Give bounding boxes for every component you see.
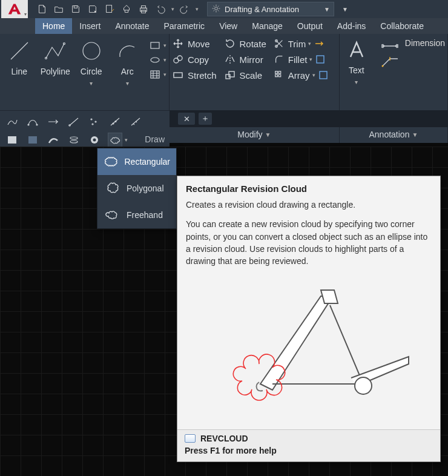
qat-open-button[interactable] <box>51 1 67 17</box>
tab-view[interactable]: View <box>212 18 245 34</box>
tool-arc[interactable]: Arc <box>111 38 145 87</box>
tool-rotate[interactable]: Rotate <box>224 38 266 50</box>
revcloud-option-polygonal[interactable]: Polygonal <box>97 175 176 202</box>
tool-spline-cv[interactable] <box>25 114 40 129</box>
svg-rect-35 <box>8 136 16 144</box>
svg-point-38 <box>70 140 77 143</box>
qat-print-button[interactable] <box>136 1 151 17</box>
app-menu-button[interactable]: ▾ <box>1 0 28 18</box>
panel-title-annotation[interactable]: Annotation▼ <box>340 127 447 143</box>
tab-manage[interactable]: Manage <box>245 18 290 34</box>
tab-label: Add-ins <box>337 21 366 31</box>
tool-measure[interactable] <box>128 114 143 129</box>
tool-helix[interactable] <box>67 133 81 147</box>
workspace-picker[interactable]: Drafting & Annotation ▼ <box>207 2 334 16</box>
qat-saveas-button[interactable] <box>85 1 100 17</box>
revcloud-option-freehand[interactable]: Freehand <box>97 202 176 228</box>
caret-down-icon <box>163 42 166 48</box>
qat-more-button[interactable]: ▼ <box>339 2 351 16</box>
tool-3dpoly[interactable] <box>46 133 61 147</box>
tool-spline-fit[interactable] <box>5 114 19 129</box>
dimension-icon <box>380 36 400 50</box>
revcloud-option-rectangular[interactable]: Rectangular <box>97 148 176 175</box>
svg-rect-21 <box>275 71 277 74</box>
revcloud-dropdown: Rectangular Polygonal Freehand <box>97 148 177 229</box>
tab-label: Parametric <box>163 21 205 31</box>
mirror-icon <box>224 53 236 65</box>
tab-label: Annotate <box>115 21 149 31</box>
tool-label: Stretch <box>188 70 217 81</box>
tab-annotate[interactable]: Annotate <box>108 18 156 34</box>
app-logo-icon <box>6 2 23 16</box>
subtool-icon[interactable] <box>318 70 329 81</box>
tool-rectangle[interactable] <box>149 40 166 51</box>
caret-down-icon <box>126 80 129 87</box>
tool-hatch[interactable] <box>149 69 166 80</box>
tool-array[interactable]: Array <box>274 70 310 81</box>
qat-redo-button[interactable] <box>177 1 193 17</box>
workspace-label: Drafting & Annotation <box>225 5 320 14</box>
tool-point-multiple[interactable] <box>87 114 102 129</box>
tool-line[interactable]: Line <box>2 38 36 76</box>
tool-text[interactable]: Text <box>342 36 371 85</box>
tool-label: Scale <box>240 70 263 81</box>
svg-point-37 <box>70 137 77 139</box>
text-icon <box>342 36 371 63</box>
tooltip-card: Rectangular Revision Cloud Creates a rev… <box>177 176 441 462</box>
tab-insert[interactable]: Insert <box>72 18 108 34</box>
tool-leader[interactable] <box>380 56 445 69</box>
tab-output[interactable]: Output <box>290 18 330 34</box>
tool-revcloud[interactable] <box>108 133 122 147</box>
tool-divide[interactable] <box>108 114 122 129</box>
qat-save-button[interactable] <box>68 1 84 17</box>
tool-copy[interactable]: Copy <box>172 53 217 65</box>
tool-fillet[interactable]: Fillet <box>274 54 308 65</box>
chamfer-icon[interactable] <box>315 54 326 65</box>
tool-ray[interactable] <box>67 114 81 129</box>
revcloud-poly-icon <box>104 181 122 196</box>
qat-new-button[interactable] <box>34 1 50 17</box>
caret-down-icon[interactable] <box>312 72 315 78</box>
circle-icon <box>77 38 106 64</box>
document-tabs: ✕ ＋ <box>170 110 448 127</box>
tool-xline[interactable] <box>46 114 61 129</box>
tab-home[interactable]: Home <box>35 18 72 34</box>
tool-dimension[interactable]: Dimension <box>380 36 445 50</box>
tooltip-summary: Creates a revision cloud drawing a recta… <box>186 199 432 211</box>
tool-circle[interactable]: Circle <box>74 38 108 87</box>
qat-undo-button[interactable] <box>153 1 168 17</box>
caret-down-icon[interactable] <box>309 56 312 62</box>
tool-wipeout[interactable] <box>25 133 40 147</box>
tool-donut[interactable] <box>87 133 102 147</box>
copy-icon <box>172 53 184 65</box>
tab-label: Output <box>297 21 323 31</box>
tool-trim[interactable]: Trim <box>274 38 306 49</box>
qat-openweb-button[interactable] <box>102 1 117 17</box>
svg-rect-24 <box>278 74 281 77</box>
doc-tab-add[interactable]: ＋ <box>199 113 212 125</box>
tool-polyline[interactable]: Polyline <box>39 38 73 76</box>
svg-rect-3 <box>141 6 145 8</box>
undo-caret-icon[interactable]: ▾ <box>170 1 176 17</box>
tool-stretch[interactable]: Stretch <box>172 69 217 81</box>
tab-parametric[interactable]: Parametric <box>156 18 212 34</box>
qat-plot-button[interactable] <box>119 1 134 17</box>
caret-down-icon[interactable]: ▾ <box>125 137 128 143</box>
tool-ellipse[interactable] <box>149 55 166 65</box>
extend-icon[interactable] <box>314 38 324 49</box>
panel-title-draw[interactable]: Draw <box>145 134 165 144</box>
svg-rect-0 <box>74 6 77 8</box>
tooltip-illustration <box>186 274 432 423</box>
panel-title-modify[interactable]: Modify▼ <box>170 127 339 143</box>
doc-tab-close[interactable]: ✕ <box>178 113 195 125</box>
tab-collaborate[interactable]: Collaborate <box>373 18 431 34</box>
tool-scale[interactable]: Scale <box>224 69 266 81</box>
redo-caret-icon[interactable]: ▾ <box>194 1 200 17</box>
tool-region[interactable] <box>5 133 19 147</box>
tab-addins[interactable]: Add-ins <box>330 18 373 34</box>
caret-down-icon[interactable] <box>308 41 311 47</box>
tool-label: Move <box>188 39 210 49</box>
tool-move[interactable]: Move <box>172 38 217 50</box>
tool-mirror[interactable]: Mirror <box>224 53 266 65</box>
move-icon <box>172 38 184 50</box>
